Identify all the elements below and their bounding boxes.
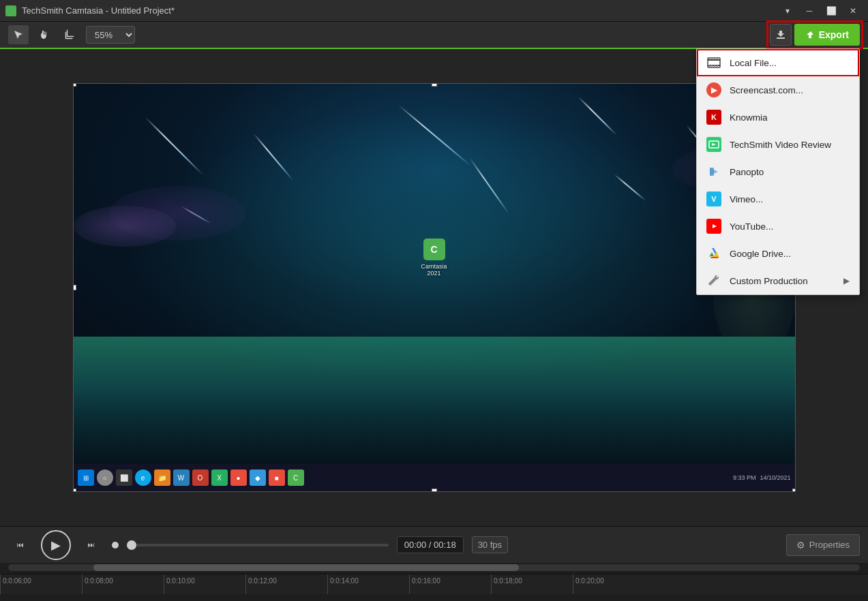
menu-item-local-file[interactable]: Local File...: [697, 49, 859, 76]
task-view-icon: ⬜: [116, 469, 132, 486]
timeline-time: 00:00 / 00:18: [397, 536, 464, 553]
menu-item-knowmia[interactable]: K Knowmia: [697, 104, 859, 131]
excel-icon: X: [211, 469, 228, 486]
review-svg: [708, 139, 719, 150]
title-bar-left: TechSmith Camtasia - Untitled Project*: [5, 5, 175, 16]
chrome-icon: ●: [230, 469, 247, 486]
export-icon: [805, 30, 815, 40]
camtasia-icon: C: [423, 238, 445, 260]
select-tool-button[interactable]: [8, 25, 29, 44]
crop-tool-button[interactable]: [60, 25, 80, 44]
timeline-thumb: [127, 540, 136, 550]
menu-item-youtube[interactable]: YouTube...: [697, 213, 859, 240]
teal-glow: [74, 84, 795, 369]
wrench-icon: [707, 274, 721, 288]
minimize-button[interactable]: ─: [800, 4, 819, 18]
custom-production-label: Custom Production: [730, 276, 835, 286]
word-icon: W: [173, 469, 190, 486]
gdrive-svg: [707, 247, 721, 260]
screencast-label: Screencast.com...: [730, 85, 850, 95]
windows-icon: ⊞: [78, 469, 94, 486]
canvas-frame[interactable]: C Camtasia2021 ⊞ ○ ⬜ e 📁 W O X ● ◆ ■ C 9…: [73, 83, 796, 492]
title-bar: TechSmith Camtasia - Untitled Project* ▾…: [0, 0, 868, 22]
ruler-tick-5: 0:0:16;00: [409, 574, 491, 594]
edge-icon: e: [135, 469, 151, 486]
menu-item-techsmith-video-review[interactable]: TechSmith Video Review: [697, 131, 859, 158]
svg-rect-5: [711, 58, 713, 59]
go-start-button[interactable]: ⏮: [8, 533, 33, 557]
menu-item-vimeo[interactable]: V Vimeo...: [697, 185, 859, 213]
local-file-icon: [706, 55, 721, 70]
svg-rect-4: [708, 58, 710, 59]
position-indicator: [112, 542, 119, 549]
toolbar: 55% 25% 50% 75% 100% Export: [0, 22, 868, 49]
techsmith-review-label: TechSmith Video Review: [730, 140, 850, 150]
desktop-icon: C Camtasia2021: [421, 238, 447, 277]
menu-item-screencast[interactable]: ▶ Screencast.com...: [697, 76, 859, 104]
techsmith-review-icon-wrapper: [706, 137, 721, 152]
svg-rect-8: [708, 65, 710, 67]
custom-production-icon-wrapper: [706, 273, 721, 288]
youtube-svg: [709, 222, 719, 230]
camtasia-taskbar-icon: C: [288, 469, 304, 486]
window-controls: ▾ ─ ⬜ ✕: [778, 4, 863, 18]
ruler-tick-0: 0:0:06;00: [0, 574, 82, 594]
outlook-icon: O: [192, 469, 209, 486]
submenu-arrow-icon: ▶: [843, 276, 850, 286]
svg-rect-11: [717, 65, 718, 67]
taskbar-time: 9:33 PM: [733, 474, 756, 481]
ruler-tick-3: 0:0:12;00: [245, 574, 327, 594]
gear-icon: ⚙: [796, 540, 805, 551]
techsmith-review-icon: [706, 137, 721, 152]
fps-badge: 30 fps: [472, 536, 508, 553]
timeline-controls: ⏮ ▶ ⏭ 00:00 / 00:18 30 fps ⚙ Properties: [0, 526, 868, 563]
app-icon: [5, 5, 16, 16]
google-drive-label: Google Drive...: [730, 249, 850, 259]
knowmia-label: Knowmia: [730, 112, 850, 123]
properties-button[interactable]: ⚙ Properties: [786, 534, 860, 556]
cursor-icon: [13, 29, 24, 40]
timeline-track[interactable]: [127, 544, 389, 546]
menu-item-google-drive[interactable]: Google Drive...: [697, 240, 859, 267]
hand-tool-button[interactable]: [34, 25, 55, 44]
file-explorer-icon: 📁: [154, 469, 170, 486]
film-icon: [707, 56, 721, 70]
vimeo-icon: V: [706, 191, 721, 206]
ruler-tick-1: 0:0:08;00: [82, 574, 164, 594]
taskbar-right: 9:33 PM 14/10/2021: [733, 474, 791, 481]
ruler-tick-6: 0:0:18;00: [491, 574, 573, 594]
horizontal-scrollbar[interactable]: [8, 564, 860, 571]
panopto-svg: [707, 165, 721, 179]
timeline-ruler: 0:0:06;00 0:0:08;00 0:0:10;00 0:0:12;00 …: [0, 574, 868, 594]
knowmia-icon: K: [706, 110, 721, 125]
svg-rect-9: [711, 65, 713, 67]
app7-icon: ◆: [250, 469, 266, 486]
ruler-tick-4: 0:0:14;00: [327, 574, 409, 594]
ruler-tick-7: 0:0:20;00: [573, 574, 655, 594]
canvas-content: C Camtasia2021 ⊞ ○ ⬜ e 📁 W O X ● ◆ ■ C 9…: [74, 84, 795, 491]
scrollbar-thumb: [93, 564, 520, 571]
play-button[interactable]: ▶: [41, 530, 71, 560]
panopto-icon: [706, 164, 721, 179]
zoom-select[interactable]: 55% 25% 50% 75% 100%: [86, 26, 135, 44]
menu-item-panopto[interactable]: Panopto: [697, 158, 859, 185]
dropdown-button[interactable]: ▾: [778, 4, 797, 18]
download-icon: [776, 30, 785, 40]
knowmia-icon-wrapper: K: [706, 110, 721, 125]
close-button[interactable]: ✕: [843, 4, 863, 18]
download-button[interactable]: [770, 24, 792, 46]
go-end-button[interactable]: ⏭: [79, 533, 104, 557]
google-drive-icon-wrapper: [706, 246, 721, 261]
youtube-label: YouTube...: [730, 221, 850, 232]
svg-marker-14: [710, 168, 714, 176]
window-title: TechSmith Camtasia - Untitled Project*: [22, 5, 175, 16]
youtube-icon: [706, 219, 721, 234]
panopto-icon-wrapper: [706, 164, 721, 179]
ruler-tick-2: 0:0:10;00: [164, 574, 245, 594]
export-button[interactable]: Export: [794, 24, 860, 46]
maximize-button[interactable]: ⬜: [822, 4, 841, 18]
menu-item-custom-production[interactable]: Custom Production ▶: [697, 267, 859, 294]
youtube-icon-wrapper: [706, 219, 721, 234]
hand-icon: [39, 29, 50, 40]
vimeo-label: Vimeo...: [730, 194, 850, 204]
